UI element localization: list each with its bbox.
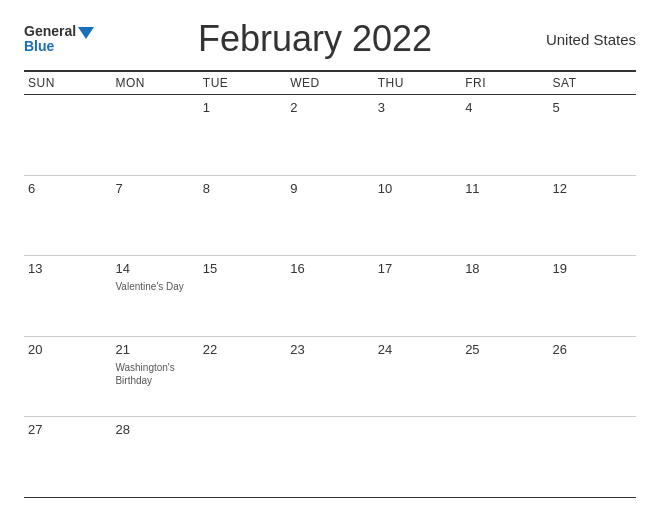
day-cell — [24, 95, 111, 175]
day-number: 18 — [465, 260, 544, 278]
logo: General Blue — [24, 24, 94, 55]
day-cell: 21Washington's Birthday — [111, 337, 198, 417]
day-number: 21 — [115, 341, 194, 359]
day-headers: SUN MON TUE WED THU FRI SAT — [24, 72, 636, 95]
day-number: 10 — [378, 180, 457, 198]
week-row-1: 12345 — [24, 95, 636, 176]
logo-general-text: General — [24, 24, 76, 39]
day-cell — [286, 417, 373, 497]
day-number: 9 — [290, 180, 369, 198]
day-cell: 5 — [549, 95, 636, 175]
bottom-line — [24, 497, 636, 498]
calendar-page: General Blue February 2022 United States… — [0, 0, 660, 510]
day-cell: 16 — [286, 256, 373, 336]
day-number: 13 — [28, 260, 107, 278]
day-number: 24 — [378, 341, 457, 359]
day-number: 2 — [290, 99, 369, 117]
header-thu: THU — [374, 72, 461, 94]
header-mon: MON — [111, 72, 198, 94]
country-label: United States — [536, 31, 636, 48]
week-row-5: 2728 — [24, 417, 636, 497]
day-number: 8 — [203, 180, 282, 198]
day-cell: 24 — [374, 337, 461, 417]
header-sun: SUN — [24, 72, 111, 94]
day-cell — [111, 95, 198, 175]
logo-blue-text: Blue — [24, 38, 54, 54]
day-cell: 17 — [374, 256, 461, 336]
day-cell: 10 — [374, 176, 461, 256]
day-number: 5 — [553, 99, 632, 117]
day-cell: 20 — [24, 337, 111, 417]
day-cell: 15 — [199, 256, 286, 336]
day-cell: 14Valentine's Day — [111, 256, 198, 336]
day-cell: 28 — [111, 417, 198, 497]
header-wed: WED — [286, 72, 373, 94]
day-cell: 27 — [24, 417, 111, 497]
day-cell — [461, 417, 548, 497]
day-number: 11 — [465, 180, 544, 198]
logo-text: General Blue — [24, 24, 94, 55]
day-cell — [374, 417, 461, 497]
week-row-3: 1314Valentine's Day1516171819 — [24, 256, 636, 337]
week-row-4: 2021Washington's Birthday2223242526 — [24, 337, 636, 418]
day-cell: 13 — [24, 256, 111, 336]
day-cell: 23 — [286, 337, 373, 417]
day-number: 12 — [553, 180, 632, 198]
calendar: SUN MON TUE WED THU FRI SAT 123456789101… — [24, 70, 636, 497]
day-number: 6 — [28, 180, 107, 198]
header-sat: SAT — [549, 72, 636, 94]
day-number: 28 — [115, 421, 194, 439]
day-number: 4 — [465, 99, 544, 117]
week-row-2: 6789101112 — [24, 176, 636, 257]
day-cell: 11 — [461, 176, 548, 256]
day-number: 20 — [28, 341, 107, 359]
day-event: Valentine's Day — [115, 280, 194, 293]
day-number: 23 — [290, 341, 369, 359]
day-event: Washington's Birthday — [115, 361, 194, 387]
weeks: 1234567891011121314Valentine's Day151617… — [24, 95, 636, 497]
day-number: 1 — [203, 99, 282, 117]
day-cell: 22 — [199, 337, 286, 417]
day-cell: 1 — [199, 95, 286, 175]
logo-top-row: General — [24, 24, 94, 39]
day-cell: 19 — [549, 256, 636, 336]
day-number: 22 — [203, 341, 282, 359]
day-cell — [199, 417, 286, 497]
day-cell: 6 — [24, 176, 111, 256]
day-cell: 25 — [461, 337, 548, 417]
day-cell: 9 — [286, 176, 373, 256]
day-number: 15 — [203, 260, 282, 278]
day-cell: 8 — [199, 176, 286, 256]
day-cell: 26 — [549, 337, 636, 417]
day-cell: 12 — [549, 176, 636, 256]
day-number: 27 — [28, 421, 107, 439]
day-number: 19 — [553, 260, 632, 278]
day-cell: 3 — [374, 95, 461, 175]
day-cell — [549, 417, 636, 497]
month-title: February 2022 — [198, 18, 432, 60]
day-cell: 2 — [286, 95, 373, 175]
logo-bottom-row: Blue — [24, 39, 94, 54]
day-cell: 7 — [111, 176, 198, 256]
day-number: 3 — [378, 99, 457, 117]
header-tue: TUE — [199, 72, 286, 94]
day-number: 25 — [465, 341, 544, 359]
logo-triangle-icon — [78, 27, 94, 39]
day-number: 14 — [115, 260, 194, 278]
day-cell: 4 — [461, 95, 548, 175]
day-number: 17 — [378, 260, 457, 278]
header: General Blue February 2022 United States — [24, 18, 636, 60]
day-number: 16 — [290, 260, 369, 278]
day-number: 26 — [553, 341, 632, 359]
day-cell: 18 — [461, 256, 548, 336]
header-fri: FRI — [461, 72, 548, 94]
day-number: 7 — [115, 180, 194, 198]
